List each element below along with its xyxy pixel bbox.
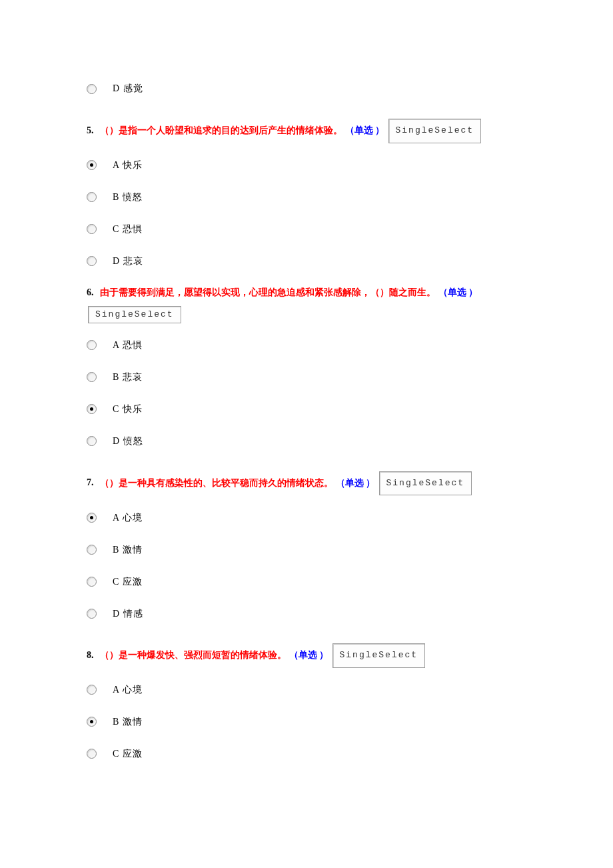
option-label: D 情感 — [113, 607, 143, 621]
q8-option-c[interactable]: C 应激 — [87, 744, 526, 764]
q5-option-b[interactable]: B 愤怒 — [87, 187, 526, 207]
radio-icon — [87, 160, 97, 170]
q6-option-a[interactable]: A 恐惧 — [87, 335, 526, 355]
radio-icon — [87, 609, 97, 619]
q6-text: 由于需要得到满足，愿望得以实现，心理的急迫感和紧张感解除，（）随之而生。 — [100, 287, 436, 297]
radio-icon — [87, 545, 97, 555]
option-label: A 心境 — [113, 683, 143, 697]
q7-text: （）是一种具有感染性的、比较平稳而持久的情绪状态。 — [100, 477, 333, 487]
q7-type: （单选 ） — [336, 477, 376, 487]
q8-option-a[interactable]: A 心境 — [87, 680, 526, 700]
q5-text: （）是指一个人盼望和追求的目的达到后产生的情绪体验。 — [100, 125, 342, 135]
q4-option-d[interactable]: D 感觉 — [87, 79, 526, 99]
radio-icon — [87, 717, 97, 727]
radio-icon — [87, 577, 97, 587]
q8-text: （）是一种爆发快、强烈而短暂的情绪体验。 — [100, 650, 287, 660]
q6-number: 6. — [87, 287, 94, 297]
option-label: B 激情 — [113, 715, 143, 729]
single-select-badge: SingleSelect — [88, 306, 181, 323]
option-label: B 悲哀 — [113, 371, 143, 384]
q7-option-d[interactable]: D 情感 — [87, 603, 526, 623]
q8-stem: 8. （）是一种爆发快、强烈而短暂的情绪体验。 （单选 ） SingleSele… — [87, 643, 526, 668]
option-label: D 感觉 — [113, 82, 143, 95]
q5-option-c[interactable]: C 恐惧 — [87, 219, 526, 239]
radio-icon — [87, 513, 97, 523]
q5-number: 5. — [87, 125, 94, 135]
option-label: B 激情 — [113, 543, 143, 557]
q5-type: （单选 ） — [345, 125, 385, 135]
radio-icon — [87, 224, 97, 234]
q7-option-c[interactable]: C 应激 — [87, 571, 526, 591]
q5-option-a[interactable]: A 快乐 — [87, 155, 526, 175]
radio-icon — [87, 256, 97, 266]
q7-option-a[interactable]: A 心境 — [87, 507, 526, 527]
option-label: D 愤怒 — [113, 435, 143, 448]
q5-option-d[interactable]: D 悲哀 — [87, 251, 526, 271]
q7-number: 7. — [87, 477, 94, 487]
q8-option-b[interactable]: B 激情 — [87, 712, 526, 732]
option-label: C 恐惧 — [113, 223, 143, 236]
q7-option-b[interactable]: B 激情 — [87, 539, 526, 559]
single-select-badge: SingleSelect — [332, 643, 426, 668]
q6-stem: 6. 由于需要得到满足，愿望得以实现，心理的急迫感和紧张感解除，（）随之而生。 … — [87, 283, 526, 323]
q7-stem: 7. （）是一种具有感染性的、比较平稳而持久的情绪状态。 （单选 ） Singl… — [87, 471, 526, 496]
option-label: C 快乐 — [113, 403, 143, 416]
radio-icon — [87, 404, 97, 414]
single-select-badge: SingleSelect — [379, 471, 472, 496]
q5-stem: 5. （）是指一个人盼望和追求的目的达到后产生的情绪体验。 （单选 ） Sing… — [87, 119, 526, 143]
q6-type: （单选 ） — [438, 287, 478, 297]
radio-icon — [87, 340, 97, 350]
option-label: A 快乐 — [113, 159, 143, 172]
option-label: D 悲哀 — [113, 255, 143, 268]
radio-icon — [87, 436, 97, 446]
q6-option-d[interactable]: D 愤怒 — [87, 431, 526, 451]
radio-icon — [87, 685, 97, 695]
radio-icon — [87, 192, 97, 202]
q6-option-b[interactable]: B 悲哀 — [87, 367, 526, 387]
single-select-badge: SingleSelect — [388, 119, 482, 143]
option-label: B 愤怒 — [113, 191, 143, 204]
radio-icon — [87, 372, 97, 382]
radio-icon — [87, 749, 97, 759]
option-label: C 应激 — [113, 575, 143, 589]
option-label: A 心境 — [113, 511, 143, 525]
option-label: C 应激 — [113, 747, 143, 761]
radio-icon — [87, 84, 97, 94]
q8-type: （单选 ） — [289, 650, 329, 660]
q6-option-c[interactable]: C 快乐 — [87, 399, 526, 419]
q8-number: 8. — [87, 650, 94, 660]
option-label: A 恐惧 — [113, 339, 143, 352]
